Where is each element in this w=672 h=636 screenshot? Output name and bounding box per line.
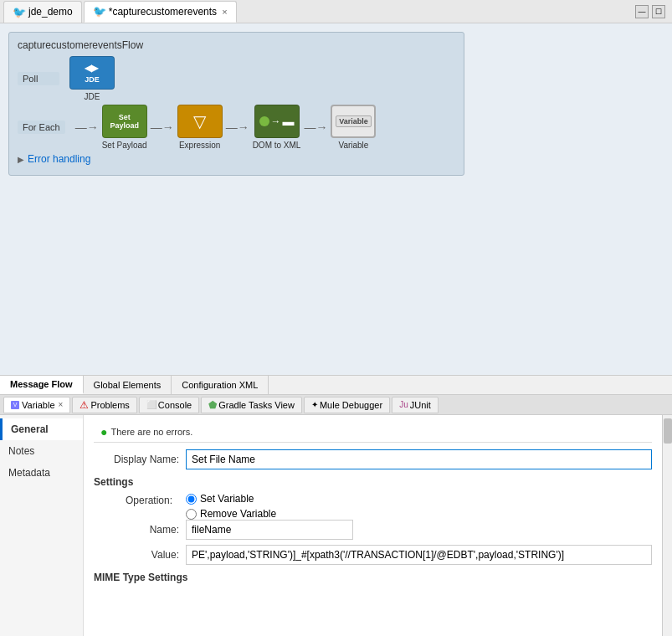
tab-configuration-xml[interactable]: Configuration XML <box>172 376 269 394</box>
flow-title: capturecustomereventsFlow <box>18 39 455 51</box>
status-message: There are no errors. <box>110 427 192 437</box>
set-variable-radio[interactable] <box>186 494 197 505</box>
tab-label: jde_demo <box>28 6 73 18</box>
domxml-inner: → ▬ <box>259 115 295 128</box>
panel-tab-mule-debugger[interactable]: ✦ Mule Debugger <box>304 397 390 413</box>
operation-label: Operation: <box>94 493 179 506</box>
variable-node[interactable]: Variable Variable <box>331 105 376 150</box>
operation-row: Operation: Set Variable Remove Variable <box>94 493 652 520</box>
panel-main: ● There are no errors. Display Name: Set… <box>84 415 662 636</box>
junit-label: JUnit <box>410 400 431 410</box>
mule-debugger-icon: ✦ <box>311 400 318 409</box>
flow-container: capturecustomereventsFlow Poll ◀▶JDE JDE… <box>8 32 464 176</box>
sidebar-item-metadata[interactable]: Metadata <box>0 462 83 484</box>
variable-tab-label: Variable <box>22 400 55 410</box>
settings-section: Settings Operation: Set Variable Remove … <box>94 476 652 583</box>
display-name-input[interactable] <box>186 449 652 469</box>
problems-label: Problems <box>90 400 129 410</box>
domxml-circle <box>259 116 269 126</box>
tab-label: *capturecustomerevents <box>109 6 217 18</box>
poll-lane: Poll ◀▶JDE JDE <box>18 56 455 101</box>
variable-badge: Variable <box>336 115 372 127</box>
gradle-label: Gradle Tasks View <box>218 400 295 410</box>
junit-icon: Ju <box>399 400 408 409</box>
minimize-button[interactable]: — <box>635 5 649 18</box>
remove-variable-radio-row: Remove Variable <box>186 508 276 520</box>
set-payload-label: Set Payload <box>102 141 147 150</box>
set-payload-box: SetPayload <box>102 105 147 138</box>
variable-label: Variable <box>338 141 368 150</box>
status-ok-icon: ● <box>100 425 107 439</box>
panel-tab-gradle[interactable]: ⬟ Gradle Tasks View <box>201 397 302 413</box>
triangle-icon: ▶ <box>18 155 24 164</box>
tab-global-elements[interactable]: Global Elements <box>84 376 172 394</box>
scroll-bar[interactable] <box>662 415 672 636</box>
domxml-rect: ▬ <box>283 115 295 128</box>
panel-tab-bar: V Variable × ⚠ Problems ⬜ Console ⬟ Grad… <box>0 395 672 415</box>
name-row: Name: <box>94 520 652 540</box>
tab-capturecustomerevents[interactable]: 🐦 *capturecustomerevents × <box>84 1 237 23</box>
value-input[interactable] <box>186 545 652 565</box>
sidebar-item-general[interactable]: General <box>0 418 83 440</box>
window-controls: — ☐ <box>635 5 669 18</box>
metadata-label: Metadata <box>8 467 50 479</box>
variable-tab-icon: V <box>11 401 19 409</box>
general-label: General <box>11 423 49 435</box>
foreach-lane: For Each —→ SetPayload Set Payload —→ ▽ <box>18 105 455 150</box>
set-variable-label: Set Variable <box>200 493 254 505</box>
jde-box: ◀▶JDE <box>69 56 115 90</box>
message-flow-label: Message Flow <box>10 379 73 389</box>
scroll-thumb[interactable] <box>664 418 672 444</box>
notes-label: Notes <box>8 445 34 457</box>
name-label: Name: <box>94 524 186 536</box>
set-variable-radio-row: Set Variable <box>186 493 276 505</box>
panel-tab-junit[interactable]: Ju JUnit <box>392 397 439 413</box>
foreach-nodes: —→ SetPayload Set Payload —→ ▽ Expressio… <box>75 105 377 150</box>
mule-debugger-label: Mule Debugger <box>320 400 382 410</box>
arrow-1: —→ <box>75 121 99 134</box>
poll-nodes: ◀▶JDE JDE <box>69 56 115 101</box>
arrow-2: —→ <box>151 121 174 134</box>
dom-xml-box: → ▬ <box>254 105 300 138</box>
settings-title: Settings <box>94 476 652 488</box>
panel-tab-close-icon[interactable]: × <box>59 400 64 409</box>
tab-jde-demo[interactable]: 🐦 jde_demo <box>3 1 82 23</box>
panel-tab-console[interactable]: ⬜ Console <box>139 397 199 413</box>
radio-group: Set Variable Remove Variable <box>186 493 276 520</box>
bird-icon: 🐦 <box>13 6 26 18</box>
panel-tab-problems[interactable]: ⚠ Problems <box>72 397 136 413</box>
remove-variable-radio[interactable] <box>186 509 197 520</box>
dom-xml-node[interactable]: → ▬ DOM to XML <box>253 105 301 150</box>
tab-message-flow[interactable]: Message Flow <box>0 376 84 394</box>
error-handling[interactable]: ▶ Error handling <box>18 150 455 168</box>
display-name-label: Display Name: <box>94 454 186 465</box>
jde-node[interactable]: ◀▶JDE JDE <box>69 56 115 101</box>
expression-icon: ▽ <box>193 111 206 131</box>
maximize-button[interactable]: ☐ <box>652 5 665 18</box>
canvas-area: capturecustomereventsFlow Poll ◀▶JDE JDE… <box>0 23 672 375</box>
bottom-tab-bar: Message Flow Global Elements Configurati… <box>0 375 672 395</box>
panel-sidebar: General Notes Metadata <box>0 415 84 636</box>
arrow-3: —→ <box>226 121 249 134</box>
mime-section-title: MIME Type Settings <box>94 572 652 583</box>
configuration-xml-label: Configuration XML <box>182 380 258 390</box>
panel-content: General Notes Metadata ● There are no er… <box>0 415 672 636</box>
error-handling-label: Error handling <box>28 153 90 165</box>
global-elements-label: Global Elements <box>94 380 162 390</box>
console-icon: ⬜ <box>146 400 156 409</box>
name-input[interactable] <box>186 520 353 540</box>
jde-icon: ◀▶JDE <box>85 63 100 84</box>
value-row: Value: <box>94 545 652 565</box>
expression-node[interactable]: ▽ Expression <box>177 105 223 150</box>
sidebar-item-notes[interactable]: Notes <box>0 440 83 462</box>
tab-close-icon[interactable]: × <box>222 7 227 17</box>
panel-tab-variable[interactable]: V Variable × <box>3 397 70 413</box>
expression-box: ▽ <box>177 105 223 138</box>
display-name-row: Display Name: <box>94 449 652 469</box>
flow-lanes: Poll ◀▶JDE JDE For Each —→ <box>18 56 455 150</box>
jde-node-label: JDE <box>85 92 100 101</box>
set-payload-icon: SetPayload <box>110 113 139 130</box>
dom-xml-label: DOM to XML <box>253 141 301 150</box>
set-payload-node[interactable]: SetPayload Set Payload <box>102 105 147 150</box>
tab-bar: 🐦 jde_demo 🐦 *capturecustomerevents × — … <box>0 0 672 23</box>
